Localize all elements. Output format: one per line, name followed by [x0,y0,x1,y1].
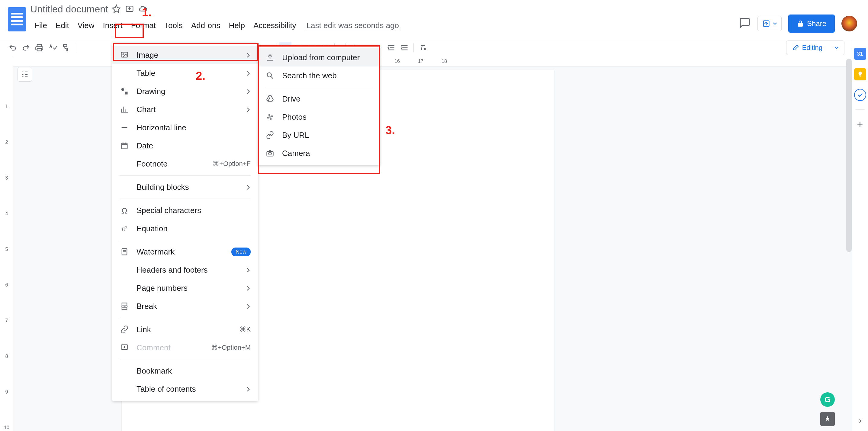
svg-point-21 [267,73,272,77]
vertical-ruler: 12345678910 [0,56,13,431]
paint-format-button[interactable] [60,42,72,54]
menu-insert[interactable]: Insert [99,19,127,33]
clear-formatting-button[interactable] [417,42,429,54]
insert-page-numbers[interactable]: Page numbers [112,279,258,297]
menu-item-label: By URL [282,131,309,140]
last-edit-link[interactable]: Last edit was seconds ago [307,21,399,30]
image-search-the-web[interactable]: Search the web [258,66,380,85]
insert-chart[interactable]: Chart [112,100,258,118]
explore-button[interactable] [820,412,835,426]
menu-item-label: Break [136,301,157,311]
svg-rect-16 [122,143,127,149]
svg-point-14 [121,88,124,91]
insert-link[interactable]: Link⌘K [112,320,258,339]
omega-icon [120,205,129,215]
insert-footnote[interactable]: Footnote⌘+Option+F [112,155,258,173]
submenu-arrow-icon [246,265,251,275]
increase-indent-button[interactable] [398,42,410,54]
menu-item-label: Headers and footers [136,265,208,275]
menu-item-label: Upload from computer [282,53,360,62]
docs-logo-icon[interactable] [8,7,26,31]
submenu-arrow-icon [246,51,251,60]
image-icon [120,50,129,60]
insert-horizontal-line[interactable]: Horizontal line [112,118,258,137]
break-icon [120,301,129,311]
menu-item-label: Table of contents [136,384,196,394]
add-on-plus-button[interactable]: + [857,118,863,130]
search-icon [265,71,275,80]
menu-item-label: Special characters [136,206,201,215]
menu-accessibility[interactable]: Accessibility [249,19,301,33]
print-button[interactable] [33,42,45,54]
side-panel: 31 + [852,39,868,431]
menu-edit[interactable]: Edit [51,19,73,33]
insert-headers-and-footers[interactable]: Headers and footers [112,261,258,279]
image-by-url[interactable]: By URL [258,126,380,144]
drawing-icon [120,86,129,96]
insert-drawing[interactable]: Drawing [112,82,258,100]
move-icon[interactable] [125,4,134,14]
menu-format[interactable]: Format [127,19,160,33]
hr-icon [120,123,129,133]
watermark-icon [120,247,129,257]
menubar: FileEditViewInsertFormatToolsAdd-onsHelp… [30,16,739,33]
calendar-icon[interactable]: 31 [854,48,866,60]
shortcut-label: ⌘K [240,325,251,334]
comment-icon [120,343,129,352]
menu-file[interactable]: File [30,19,51,33]
tasks-icon[interactable] [854,89,866,101]
header: Untitled document FileEditViewInsertForm… [0,0,868,39]
menu-item-label: Page numbers [136,284,188,293]
submenu-arrow-icon [246,68,251,78]
shortcut-label: ⌘+Option+M [211,344,251,351]
editing-mode-button[interactable]: Editing [786,40,844,55]
blank-icon [120,384,129,394]
account-avatar[interactable] [841,16,857,31]
menu-item-label: Table [136,68,155,78]
svg-point-13 [123,54,124,55]
side-panel-expand-button[interactable] [857,418,863,425]
share-button[interactable]: Share [788,15,835,33]
insert-table-of-contents[interactable]: Table of contents [112,380,258,398]
menu-tools[interactable]: Tools [160,19,187,33]
menu-item-label: Building blocks [136,182,189,192]
spellcheck-button[interactable] [46,42,59,54]
insert-building-blocks[interactable]: Building blocks [112,178,258,196]
submenu-arrow-icon [246,284,251,293]
menu-item-label: Horizontal line [136,123,186,133]
undo-button[interactable] [7,42,19,54]
blank-icon [120,182,129,192]
menu-item-label: Equation [136,224,167,233]
decrease-indent-button[interactable] [385,42,397,54]
camera-icon [265,148,275,158]
photos-icon [265,112,275,122]
menu-view[interactable]: View [73,19,99,33]
document-title[interactable]: Untitled document [30,4,108,15]
blank-icon [120,68,129,78]
redo-button[interactable] [20,42,32,54]
image-camera[interactable]: Camera [258,144,380,162]
upload-icon [265,53,275,62]
insert-table[interactable]: Table [112,64,258,82]
insert-break[interactable]: Break [112,297,258,315]
insert-equation[interactable]: π²Equation [112,220,258,237]
present-button[interactable] [757,16,782,31]
cloud-status-icon[interactable] [138,4,147,14]
comment-history-button[interactable] [739,17,751,30]
image-upload-from-computer[interactable]: Upload from computer [258,48,380,66]
insert-image[interactable]: Image [112,46,258,64]
insert-watermark[interactable]: WatermarkNew [112,243,258,261]
keep-icon[interactable] [854,68,866,80]
image-drive[interactable]: Drive [258,90,380,108]
image-submenu: Upload from computerSearch the webDriveP… [258,45,380,165]
insert-special-characters[interactable]: Special characters [112,201,258,220]
chart-icon [120,105,129,114]
grammarly-icon[interactable]: G [820,392,835,407]
menu-help[interactable]: Help [225,19,249,33]
insert-date[interactable]: Date [112,137,258,155]
vertical-scrollbar[interactable] [846,59,852,429]
menu-add-ons[interactable]: Add-ons [187,19,225,33]
image-photos[interactable]: Photos [258,108,380,126]
insert-bookmark[interactable]: Bookmark [112,362,258,380]
star-icon[interactable] [112,4,121,14]
